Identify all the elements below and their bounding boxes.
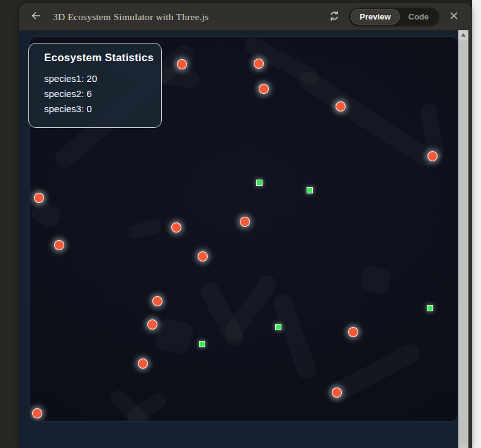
species1-creature-dot bbox=[32, 408, 42, 418]
stats-row: species3: 0 bbox=[44, 101, 155, 117]
species2-food-square bbox=[427, 305, 433, 311]
species1-creature-dot bbox=[171, 222, 181, 233]
species1-creature-dot bbox=[336, 101, 346, 112]
scene-branch-shape bbox=[271, 292, 319, 381]
artifact-header: 3D Ecosystem Simulator with Three.js Pre… bbox=[19, 3, 472, 30]
artifact-window: 3D Ecosystem Simulator with Three.js Pre… bbox=[19, 3, 472, 448]
species1-creature-dot bbox=[147, 319, 157, 330]
species1-creature-dot bbox=[177, 59, 187, 69]
stats-panel-title: Ecosystem Statistics bbox=[44, 52, 155, 64]
artifact-content: Ecosystem Statistics species1: 20species… bbox=[19, 30, 458, 448]
tab-preview[interactable]: Preview bbox=[351, 9, 399, 25]
scene-branch-shape bbox=[153, 317, 195, 357]
scene-branch-shape bbox=[125, 218, 162, 240]
scene-branch-shape bbox=[358, 263, 393, 297]
species1-creature-dot bbox=[152, 296, 162, 306]
species1-creature-dot bbox=[240, 217, 250, 227]
view-toggle: Preview Code bbox=[349, 8, 439, 26]
species1-creature-dot bbox=[259, 84, 269, 94]
scene-branch-shape bbox=[222, 272, 280, 344]
stats-row: species2: 6 bbox=[44, 86, 155, 101]
scroll-up-arrow-icon bbox=[461, 33, 466, 37]
ecosystem-stats-panel: Ecosystem Statistics species1: 20species… bbox=[28, 43, 162, 128]
back-button[interactable] bbox=[28, 9, 44, 25]
species2-food-square bbox=[256, 180, 263, 186]
species2-food-square bbox=[307, 187, 313, 193]
species1-creature-dot bbox=[254, 59, 264, 69]
scrollbar-thumb[interactable] bbox=[459, 41, 468, 444]
species1-creature-dot bbox=[34, 193, 44, 203]
artifact-title: 3D Ecosystem Simulator with Three.js bbox=[53, 11, 209, 23]
species1-creature-dot bbox=[198, 251, 208, 261]
desktop-stage: 3D Ecosystem Simulator with Three.js Pre… bbox=[0, 0, 481, 448]
close-button[interactable] bbox=[446, 9, 462, 25]
stats-row: species1: 20 bbox=[44, 71, 155, 86]
species1-creature-dot bbox=[54, 240, 64, 250]
species1-creature-dot bbox=[348, 327, 358, 337]
refresh-icon bbox=[329, 10, 340, 23]
scene-branch-shape bbox=[30, 198, 64, 230]
scrollbar-up-button[interactable] bbox=[458, 30, 468, 40]
back-arrow-icon bbox=[30, 10, 42, 23]
species1-creature-dot bbox=[138, 359, 148, 369]
refresh-button[interactable] bbox=[326, 9, 342, 25]
close-icon bbox=[449, 11, 459, 23]
species2-food-square bbox=[275, 324, 281, 330]
species1-creature-dot bbox=[427, 151, 438, 161]
species1-creature-dot bbox=[332, 388, 342, 398]
tab-code[interactable]: Code bbox=[400, 9, 438, 25]
species2-food-square bbox=[199, 341, 205, 347]
scene-branch-shape bbox=[296, 68, 438, 169]
stats-rows: species1: 20species2: 6species3: 0 bbox=[44, 71, 155, 117]
vertical-scrollbar[interactable] bbox=[458, 30, 468, 448]
